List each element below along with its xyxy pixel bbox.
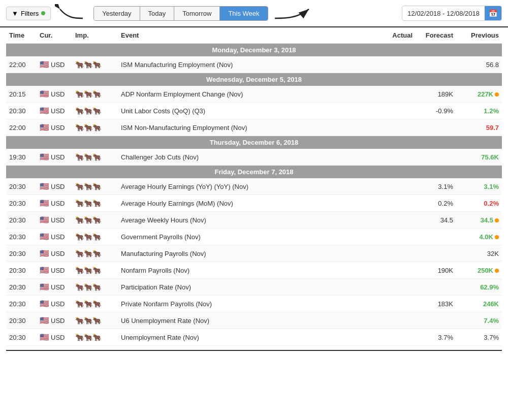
cell-importance: 🐂🐂🐂 xyxy=(72,296,118,312)
us-flag-icon: 🇺🇸 xyxy=(40,316,49,325)
cell-event: ADP Nonfarm Employment Change (Nov) xyxy=(118,86,380,103)
cell-event: Unemployment Rate (Nov) xyxy=(118,329,380,346)
orange-dot xyxy=(495,92,499,96)
previous-value: 1.2% xyxy=(484,107,499,115)
events-table: Time Cur. Imp. Event Actual Forecast Pre… xyxy=(6,27,502,346)
bull-icon: 🐂 xyxy=(92,107,101,115)
cell-importance: 🐂🐂🐂 xyxy=(72,103,118,119)
previous-value: 0.2% xyxy=(484,200,499,207)
currency-label: USD xyxy=(51,107,65,115)
previous-value: 250K xyxy=(478,267,493,274)
bull-icon: 🐂 xyxy=(84,123,92,132)
bull-icon: 🐂 xyxy=(92,249,101,257)
cell-actual xyxy=(380,195,416,212)
cell-time: 20:30 xyxy=(6,245,37,262)
table-row[interactable]: 22:00🇺🇸USD🐂🐂🐂ISM Non-Manufacturing Emplo… xyxy=(6,119,502,136)
tab-tomorrow[interactable]: Tomorrow xyxy=(174,7,220,20)
cell-currency: 🇺🇸USD xyxy=(37,212,72,229)
cell-forecast xyxy=(416,56,456,73)
cell-forecast: 183K xyxy=(416,296,456,312)
cell-previous: 227K xyxy=(456,86,502,103)
cell-actual xyxy=(380,86,416,103)
cell-forecast: 189K xyxy=(416,86,456,103)
filter-button[interactable]: ▼ Filters xyxy=(6,7,51,20)
bull-icon: 🐂 xyxy=(75,233,84,241)
left-arrow-annotation xyxy=(55,4,85,22)
col-header-previous: Previous xyxy=(456,27,502,44)
table-row[interactable]: 20:30🇺🇸USD🐂🐂🐂Manufacturing Payrolls (Nov… xyxy=(6,245,502,262)
cell-importance: 🐂🐂🐂 xyxy=(72,279,118,296)
cell-forecast: -0.9% xyxy=(416,103,456,119)
cell-previous: 246K xyxy=(456,296,502,312)
cell-importance: 🐂🐂🐂 xyxy=(72,149,118,166)
cell-currency: 🇺🇸USD xyxy=(37,195,72,212)
us-flag-icon: 🇺🇸 xyxy=(40,299,49,308)
cell-time: 20:30 xyxy=(6,296,37,312)
cell-time: 22:00 xyxy=(6,56,37,73)
orange-dot xyxy=(495,235,499,239)
table-row[interactable]: 20:30🇺🇸USD🐂🐂🐂Average Hourly Earnings (Yo… xyxy=(6,178,502,195)
col-header-forecast: Forecast xyxy=(416,27,456,44)
bull-icon: 🐂 xyxy=(75,199,84,207)
calendar-icon[interactable]: 📅 xyxy=(485,6,501,20)
cell-actual xyxy=(380,329,416,346)
nav-tabs: Yesterday Today Tomorrow This Week xyxy=(93,6,268,21)
bull-icon: 🐂 xyxy=(84,153,92,161)
table-row[interactable]: 20:30🇺🇸USD🐂🐂🐂Participation Rate (Nov)62.… xyxy=(6,279,502,296)
us-flag-icon: 🇺🇸 xyxy=(40,123,49,132)
tab-this-week[interactable]: This Week xyxy=(220,7,267,20)
previous-value: 34.5 xyxy=(481,216,493,224)
cell-event: Average Hourly Earnings (YoY) (YoY) (Nov… xyxy=(118,178,380,195)
cell-event: ISM Manufacturing Employment (Nov) xyxy=(118,56,380,73)
currency-label: USD xyxy=(51,283,65,291)
table-row[interactable]: 20:30🇺🇸USD🐂🐂🐂Average Hourly Earnings (Mo… xyxy=(6,195,502,212)
table-row[interactable]: 20:30🇺🇸USD🐂🐂🐂Unemployment Rate (Nov)3.7%… xyxy=(6,329,502,346)
table-row[interactable]: 22:00🇺🇸USD🐂🐂🐂ISM Manufacturing Employmen… xyxy=(6,56,502,73)
cell-forecast: 3.1% xyxy=(416,178,456,195)
cell-forecast xyxy=(416,119,456,136)
cell-importance: 🐂🐂🐂 xyxy=(72,312,118,329)
tab-today[interactable]: Today xyxy=(140,7,175,20)
bull-icon: 🐂 xyxy=(92,123,101,132)
date-range-picker[interactable]: 12/02/2018 - 12/08/2018 📅 xyxy=(402,6,502,21)
table-row[interactable]: 20:30🇺🇸USD🐂🐂🐂Government Payrolls (Nov)4.… xyxy=(6,229,502,245)
cell-importance: 🐂🐂🐂 xyxy=(72,56,118,73)
cell-time: 20:30 xyxy=(6,279,37,296)
bull-icon: 🐂 xyxy=(75,300,84,308)
currency-label: USD xyxy=(51,124,65,132)
bull-icon: 🐂 xyxy=(92,216,101,224)
bull-icon: 🐂 xyxy=(75,60,84,69)
us-flag-icon: 🇺🇸 xyxy=(40,152,49,161)
cell-event: Government Payrolls (Nov) xyxy=(118,229,380,245)
bull-icon: 🐂 xyxy=(75,182,84,190)
cell-previous: 7.4% xyxy=(456,312,502,329)
table-row[interactable]: 19:30🇺🇸USD🐂🐂🐂Challenger Job Cuts (Nov)75… xyxy=(6,149,502,166)
table-row[interactable]: 20:15🇺🇸USD🐂🐂🐂ADP Nonfarm Employment Chan… xyxy=(6,86,502,103)
cell-time: 20:15 xyxy=(6,86,37,103)
cell-previous: 34.5 xyxy=(456,212,502,229)
table-row[interactable]: 20:30🇺🇸USD🐂🐂🐂Nonfarm Payrolls (Nov)190K2… xyxy=(6,262,502,279)
cell-currency: 🇺🇸USD xyxy=(37,296,72,312)
cell-importance: 🐂🐂🐂 xyxy=(72,178,118,195)
table-row[interactable]: 20:30🇺🇸USD🐂🐂🐂U6 Unemployment Rate (Nov)7… xyxy=(6,312,502,329)
cell-time: 19:30 xyxy=(6,149,37,166)
table-row[interactable]: 20:30🇺🇸USD🐂🐂🐂Unit Labor Costs (QoQ) (Q3)… xyxy=(6,103,502,119)
table-row[interactable]: 20:30🇺🇸USD🐂🐂🐂Private Nonfarm Payrolls (N… xyxy=(6,296,502,312)
currency-label: USD xyxy=(51,250,65,257)
cell-currency: 🇺🇸USD xyxy=(37,312,72,329)
table-row[interactable]: 20:30🇺🇸USD🐂🐂🐂Average Weekly Hours (Nov)3… xyxy=(6,212,502,229)
tab-yesterday[interactable]: Yesterday xyxy=(94,7,140,20)
cell-forecast xyxy=(416,149,456,166)
col-header-event: Event xyxy=(118,27,380,44)
cell-forecast: 3.7% xyxy=(416,329,456,346)
previous-value: 3.7% xyxy=(484,334,499,341)
bull-icon: 🐂 xyxy=(75,266,84,274)
cell-previous: 56.8 xyxy=(456,56,502,73)
currency-label: USD xyxy=(51,153,65,161)
bull-icon: 🐂 xyxy=(75,153,84,161)
bull-icon: 🐂 xyxy=(84,182,92,190)
date-range-text: 12/02/2018 - 12/08/2018 xyxy=(402,7,485,20)
right-arrow-annotation xyxy=(272,4,313,22)
cell-forecast xyxy=(416,312,456,329)
cell-currency: 🇺🇸USD xyxy=(37,149,72,166)
